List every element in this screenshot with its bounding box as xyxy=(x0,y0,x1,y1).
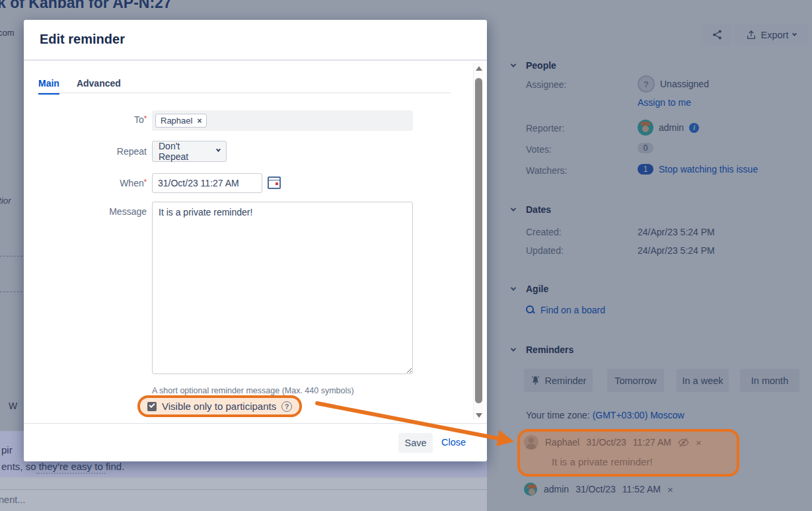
divider xyxy=(0,489,487,490)
scroll-up-icon[interactable] xyxy=(476,66,482,71)
remove-recipient-icon[interactable]: × xyxy=(197,116,202,126)
chevron-down-icon xyxy=(216,147,221,152)
message-textarea[interactable]: It is a private reminder! xyxy=(152,202,413,374)
calendar-icon xyxy=(268,177,281,189)
edit-reminder-dialog: Edit reminder Main Advanced To* Raphael … xyxy=(24,20,487,461)
bg-fragment-pir: pir xyxy=(1,444,13,455)
repeat-select[interactable]: Don't Repeat xyxy=(152,141,227,162)
bg-dotted-line xyxy=(36,473,106,474)
tab-divider xyxy=(38,93,451,93)
to-field[interactable]: Raphael × xyxy=(152,110,413,131)
page: k of Kanban for AP-N:27 com tior W Expor… xyxy=(0,0,812,511)
annotation-box-reminder-item xyxy=(517,429,739,477)
when-label: When* xyxy=(41,178,147,188)
scrollbar-thumb[interactable] xyxy=(475,78,482,403)
message-label: Message xyxy=(41,206,147,217)
help-icon[interactable]: ? xyxy=(281,401,292,412)
to-label: To* xyxy=(41,114,147,125)
required-mark: * xyxy=(144,178,147,186)
scroll-down-icon[interactable] xyxy=(476,413,482,418)
repeat-label: Repeat xyxy=(41,146,147,157)
annotation-box-visibility-checkbox: Visible only to participants ? xyxy=(137,395,302,417)
message-hint: A short optional reminder message (Max. … xyxy=(152,386,354,395)
divider xyxy=(24,423,487,424)
recipient-name: Raphael xyxy=(161,116,192,126)
dialog-title: Edit reminder xyxy=(40,32,125,47)
visible-only-checkbox[interactable] xyxy=(147,402,157,411)
comment-area-strip: nent... xyxy=(0,477,487,511)
tab-advanced[interactable]: Advanced xyxy=(77,78,121,94)
dialog-tabs: Main Advanced xyxy=(38,78,121,94)
tab-main[interactable]: Main xyxy=(38,78,59,94)
when-input[interactable] xyxy=(152,173,262,193)
required-mark: * xyxy=(144,114,147,122)
save-button[interactable]: Save xyxy=(398,433,433,453)
close-link[interactable]: Close xyxy=(441,437,466,448)
recipient-chip: Raphael × xyxy=(155,114,207,128)
repeat-value: Don't Repeat xyxy=(159,141,210,162)
bg-fragment-ents: ents, so they're easy to find. xyxy=(1,461,124,472)
bg-fragment-nent: nent... xyxy=(0,494,25,505)
dialog-scrollbar[interactable] xyxy=(473,63,483,420)
date-picker-button[interactable] xyxy=(268,175,283,190)
visible-only-label: Visible only to participants xyxy=(162,401,276,412)
divider xyxy=(24,59,487,61)
